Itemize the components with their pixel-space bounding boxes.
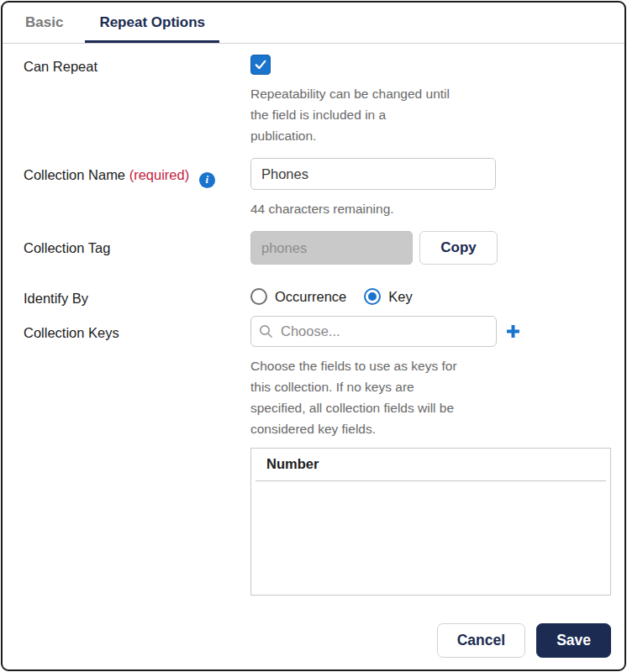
plus-icon: [506, 324, 520, 339]
list-item[interactable]: Number: [256, 449, 606, 481]
dialog-footer: Cancel Save: [3, 619, 624, 669]
identify-by-radio-group: Occurrence Key: [250, 287, 608, 305]
radio-occurrence-label: Occurrence: [275, 289, 346, 305]
tab-basic[interactable]: Basic: [11, 3, 77, 43]
radio-key-circle[interactable]: [364, 288, 381, 305]
collection-name-label: Collection Name (required) i: [24, 158, 250, 188]
collection-keys-list: Number: [250, 448, 611, 596]
tab-bar: Basic Repeat Options: [3, 3, 624, 44]
list-item-label: Number: [266, 456, 319, 471]
search-icon: [259, 324, 273, 342]
can-repeat-label: Can Repeat: [24, 55, 250, 76]
copy-button[interactable]: Copy: [419, 231, 498, 265]
collection-tag-row: Collection Tag Copy: [24, 231, 608, 265]
collection-tag-input: [250, 231, 413, 265]
can-repeat-checkbox[interactable]: [250, 55, 271, 75]
collection-keys-help: Choose the fields to use as keys for thi…: [250, 355, 608, 439]
radio-occurrence-circle[interactable]: [250, 288, 267, 305]
help-line: the field is included in a: [250, 104, 608, 125]
collection-keys-label: Collection Keys: [24, 316, 250, 343]
collection-name-input[interactable]: [250, 158, 496, 190]
can-repeat-help: Repeatability can be changed until the f…: [250, 83, 608, 146]
can-repeat-row: Can Repeat Repeatability can be changed …: [24, 55, 608, 146]
required-indicator: (required): [129, 167, 190, 182]
characters-remaining-text: 44 characters remaining.: [250, 198, 608, 219]
repeat-options-dialog: Basic Repeat Options Can Repeat Repeatab…: [1, 1, 626, 671]
add-key-button[interactable]: [506, 324, 520, 339]
identify-by-label: Identify By: [24, 287, 250, 308]
help-line: specified, all collection fields will be: [250, 397, 608, 418]
info-icon[interactable]: i: [199, 172, 215, 188]
help-line: publication.: [250, 125, 608, 146]
help-line: Choose the fields to use as keys for: [250, 355, 608, 376]
collection-tag-label: Collection Tag: [24, 231, 250, 258]
collection-keys-search-input[interactable]: [250, 316, 497, 347]
checkmark-icon: [253, 57, 268, 72]
collection-keys-row: Collection Keys C: [24, 316, 608, 596]
radio-key-label: Key: [388, 289, 412, 305]
help-line: this collection. If no keys are: [250, 376, 608, 397]
save-button[interactable]: Save: [536, 623, 611, 658]
collection-name-label-text: Collection Name: [24, 167, 125, 182]
cancel-button[interactable]: Cancel: [437, 623, 525, 658]
tab-repeat-options[interactable]: Repeat Options: [85, 3, 219, 43]
identify-by-row: Identify By Occurrence Key: [24, 287, 608, 308]
radio-occurrence[interactable]: Occurrence: [250, 288, 346, 305]
help-line: Repeatability can be changed until: [250, 83, 608, 104]
radio-key[interactable]: Key: [364, 288, 412, 305]
form-content: Can Repeat Repeatability can be changed …: [3, 44, 624, 619]
collection-name-row: Collection Name (required) i 44 characte…: [24, 158, 608, 219]
help-line: considered key fields.: [250, 418, 608, 439]
